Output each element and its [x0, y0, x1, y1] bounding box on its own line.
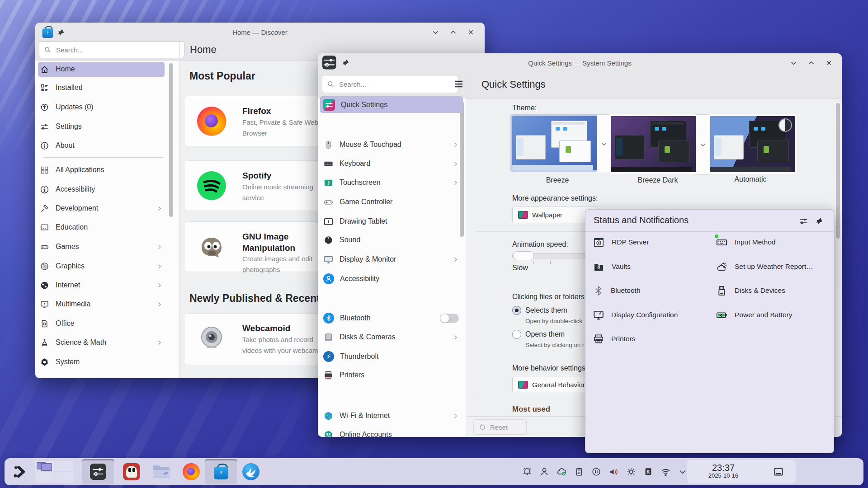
sidebar-item-thunderbolt[interactable]: ⚡ Thunderbolt [323, 347, 459, 366]
sidebar-item-multimedia[interactable]: Multimedia [40, 296, 163, 313]
sidebar-item-games[interactable]: Games [40, 238, 163, 255]
popup-item-printers[interactable]: Printers [593, 329, 706, 349]
sidebar-item-drawing-tablet[interactable]: Drawing Tablet [323, 212, 459, 230]
sidebar-item-disks-cameras[interactable]: Disks & Cameras [323, 328, 459, 346]
radio-opens-label[interactable]: Opens them [525, 330, 565, 338]
sidebar-item-accessibility[interactable]: Accessibility [323, 270, 459, 288]
sidebar-item-sound[interactable]: Sound [323, 231, 459, 249]
hamburger-menu-icon[interactable] [453, 79, 464, 89]
bluetooth-icon [323, 313, 334, 324]
discover-search [39, 41, 184, 58]
task-discover[interactable]: › [205, 459, 237, 484]
popup-item-weather[interactable]: Set up Weather Report… [716, 257, 833, 277]
bluetooth-toggle[interactable] [440, 314, 459, 323]
digital-clock[interactable]: 23:37 2025-10-16 [694, 463, 753, 479]
sidebar-item-updates[interactable]: Updates (0) [40, 99, 163, 116]
discover-sidebar-scrollbar[interactable] [169, 63, 173, 217]
notifications-bell-icon[interactable] [522, 467, 532, 477]
minimize-icon[interactable] [790, 59, 797, 67]
chevron-right-icon [452, 334, 459, 341]
chevron-right-icon [156, 263, 163, 270]
sidebar-item-internet[interactable]: Internet [40, 277, 163, 294]
sidebar-item-touchscreen[interactable]: Touchscreen [323, 174, 459, 192]
kde-connect-icon[interactable] [643, 467, 653, 477]
user-icon[interactable] [539, 467, 549, 477]
sidebar-item-online-accounts[interactable]: Online Accounts [323, 426, 459, 437]
configure-icon[interactable] [799, 216, 808, 226]
sidebar-item-development[interactable]: Development [40, 200, 163, 217]
installed-icon [40, 83, 49, 93]
sidebar-item-game-controller[interactable]: Game Controller [323, 193, 459, 211]
settings-content-scrollbar[interactable] [836, 103, 840, 239]
sidebar-item-printers[interactable]: Printers [323, 366, 459, 384]
cloud-sync-icon[interactable] [557, 467, 567, 477]
theme-automatic-preview[interactable] [708, 114, 797, 174]
theme-breeze-dark-preview[interactable] [609, 114, 698, 174]
chevron-right-icon [452, 141, 459, 148]
game-controller-icon [323, 197, 334, 207]
sidebar-item-keyboard[interactable]: Keyboard [323, 155, 459, 173]
brightness-icon[interactable] [626, 467, 636, 477]
theme-breeze-preview[interactable] [510, 114, 599, 172]
sidebar-item-office[interactable]: Office [40, 315, 163, 332]
task-dolphin[interactable] [146, 459, 177, 484]
science-flask-icon [40, 338, 49, 347]
close-icon[interactable] [825, 59, 833, 67]
wallpaper-button[interactable]: Wallpaper [512, 206, 596, 223]
sidebar-item-display-monitor[interactable]: Display & Monitor [323, 250, 459, 268]
task-system-settings[interactable] [82, 459, 114, 484]
info-icon [40, 141, 49, 150]
sidebar-item-quick-settings[interactable]: Quick Settings [323, 96, 459, 114]
tray-expand-chevron-icon[interactable] [678, 467, 687, 476]
network-wifi-icon[interactable] [660, 467, 671, 477]
sidebar-item-installed[interactable]: Installed [40, 79, 163, 96]
popup-item-bluetooth[interactable]: Bluetooth [593, 281, 706, 300]
sidebar-item-wifi-internet[interactable]: Wi-Fi & Internet [323, 407, 459, 425]
sidebar-item-all-applications[interactable]: All Applications [40, 161, 163, 178]
radio-selects-them[interactable] [512, 306, 521, 315]
sidebar-item-science-math[interactable]: Science & Math [40, 334, 163, 351]
app-launcher-button[interactable] [7, 459, 33, 484]
power-battery-icon [716, 309, 728, 321]
sidebar-item-home[interactable]: Home [40, 61, 163, 78]
pin-icon[interactable] [814, 216, 825, 226]
animation-slider-handle[interactable] [513, 251, 534, 260]
maximize-icon[interactable] [449, 28, 457, 36]
reset-button[interactable]: Reset [473, 419, 527, 435]
sidebar-item-graphics[interactable]: Graphics [40, 258, 163, 275]
sidebar-item-settings[interactable]: Settings [40, 118, 163, 135]
popup-item-display-configuration[interactable]: Display Configuration [593, 305, 710, 325]
volume-icon[interactable] [609, 467, 619, 477]
sidebar-item-accessibility[interactable]: Accessibility [40, 181, 163, 198]
task-falkon[interactable] [235, 459, 267, 484]
popup-item-input-method[interactable]: Input Method [716, 232, 829, 252]
popup-item-vaults[interactable]: Vaults [593, 257, 706, 277]
thunderbolt-icon: ⚡ [323, 351, 334, 362]
close-icon[interactable] [467, 28, 475, 36]
popup-item-rdp-server[interactable]: RDP Server [593, 232, 706, 252]
task-firefox[interactable] [175, 459, 207, 484]
show-desktop-icon[interactable] [773, 466, 784, 478]
popup-item-disks-devices[interactable]: Disks & Devices [716, 281, 829, 300]
virtual-desktop-pager[interactable] [33, 459, 75, 484]
settings-search-input[interactable] [338, 80, 453, 89]
clipboard-icon[interactable] [574, 467, 584, 477]
media-pause-icon[interactable] [591, 467, 601, 477]
task-ghostwriter[interactable] [116, 459, 147, 484]
settings-sidebar-scrollbar[interactable] [460, 101, 464, 237]
sidebar-item-bluetooth[interactable]: Bluetooth [323, 309, 459, 327]
maximize-icon[interactable] [807, 59, 815, 67]
sidebar-item-system[interactable]: System [40, 353, 163, 371]
sidebar-item-education[interactable]: Education [40, 219, 163, 236]
all-applications-icon [40, 165, 49, 175]
radio-selects-label[interactable]: Selects them [525, 306, 567, 314]
minimize-icon[interactable] [432, 28, 439, 36]
discover-search-input[interactable] [55, 46, 179, 54]
theme-breeze-dark-dropdown[interactable] [696, 114, 710, 175]
popup-item-power-battery[interactable]: Power and Battery [716, 305, 829, 325]
sidebar-item-mouse-touchpad[interactable]: Mouse & Touchpad [323, 136, 459, 154]
drawing-tablet-icon [323, 216, 334, 227]
sidebar-item-about[interactable]: About [40, 137, 163, 154]
theme-breeze-dropdown[interactable] [597, 114, 611, 173]
radio-opens-them[interactable] [512, 330, 521, 339]
